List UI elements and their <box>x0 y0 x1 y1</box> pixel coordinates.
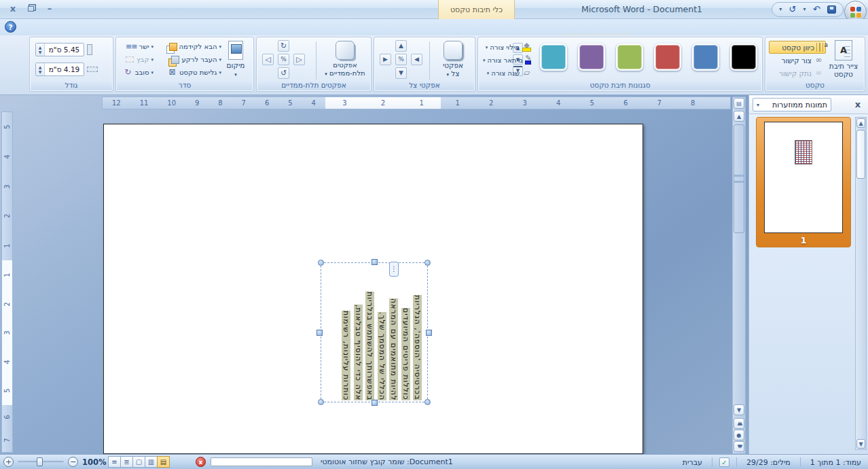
zoom-controls: + − 100% <box>3 457 107 467</box>
scroll-up-icon[interactable]: ▲ <box>734 111 744 122</box>
zoom-slider[interactable] <box>18 461 64 463</box>
page-thumbnail-selected[interactable]: 1 <box>756 117 851 247</box>
thumbnail-text-box <box>795 140 812 164</box>
page-indicator[interactable]: עמוד: 1 מתוך 1 <box>808 458 864 467</box>
tilt-down-icon[interactable]: ↺ <box>278 67 289 79</box>
panel-scrollbar[interactable]: ▲ ▼ <box>855 117 867 450</box>
group-label-arrange: סדר <box>117 80 253 90</box>
rotate-icon: ↻ <box>123 67 133 77</box>
zoom-slider-thumb[interactable] <box>37 457 43 466</box>
create-link-button[interactable]: ∞ צור קישור <box>769 54 826 67</box>
qat-customize-icon[interactable]: ▾ <box>779 3 782 16</box>
redo-dropdown-icon[interactable]: ▾ <box>803 3 806 16</box>
word-count[interactable]: מילים: 29/29 <box>744 458 793 467</box>
shape-width-field[interactable]: ▲▼ 4.19 ס"מ <box>35 63 84 76</box>
style-swatch[interactable] <box>730 44 757 71</box>
draw-text-box-button[interactable]: A צייר תיבת טקסט <box>825 39 862 80</box>
handle-bottom-left[interactable] <box>318 399 324 405</box>
height-spinner-icon[interactable]: ▲▼ <box>36 44 45 56</box>
bring-to-front-button[interactable]: הבא לקידמה ▾ <box>158 40 223 53</box>
vertical-ruler[interactable]: 54321 12345 67 <box>1 111 13 453</box>
panel-scrollbar-thumb[interactable] <box>856 130 865 179</box>
text-box-content[interactable]: בכרטיסיה 'הוספה', הגלריותכוללות פריטים ה… <box>338 264 423 400</box>
tilt-left-icon[interactable]: ◁ <box>262 54 274 65</box>
shadow-effects-button[interactable]: אפקטי צל ▾ <box>435 39 471 80</box>
close-panel-icon[interactable]: x <box>852 99 864 111</box>
zoom-level[interactable]: 100% <box>82 457 107 467</box>
shape-outline-button[interactable]: מיתאר צורה ▾ <box>481 54 534 67</box>
panel-scroll-up-icon[interactable]: ▲ <box>856 118 865 128</box>
zoom-out-icon[interactable]: − <box>68 457 78 467</box>
group-size: ▲▼ 5.45 ס"מ ▲▼ 4.19 ס"מ ◿ גודל <box>29 37 113 92</box>
handle-middle-left[interactable] <box>317 330 323 336</box>
text-direction-button[interactable]: כיוון טקסט <box>769 41 826 54</box>
close-window-icon[interactable]: x <box>5 3 20 15</box>
send-to-back-icon <box>171 56 179 64</box>
shape-height-field[interactable]: ▲▼ 5.45 ס"מ <box>35 43 84 56</box>
nudge-shadow-right-icon[interactable]: ◀ <box>411 54 422 65</box>
reading-view-icon[interactable]: ▥ <box>145 456 158 468</box>
next-page-icon[interactable]: ▼▼ <box>734 441 744 452</box>
handle-bottom-center[interactable] <box>372 400 378 406</box>
scroll-down-icon[interactable]: ▼ <box>734 404 744 415</box>
link-icon: ∞ <box>814 55 824 65</box>
previous-page-icon[interactable]: ▲▲ <box>734 418 744 429</box>
text-wrapping-button[interactable]: ⊠ גלישת טקסט ▾ <box>158 66 223 79</box>
tilt-up-icon[interactable]: ↻ <box>278 40 289 52</box>
draft-view-icon[interactable]: ≡ <box>108 456 121 468</box>
rotate-button[interactable]: ↻ סובב ▾ <box>120 66 156 79</box>
minimize-window-icon[interactable]: – <box>42 3 57 15</box>
nudge-shadow-left-icon[interactable]: ▶ <box>380 54 391 65</box>
horizontal-ruler[interactable]: 121110987654 321 12345678 <box>102 97 731 109</box>
style-swatch[interactable] <box>654 44 681 71</box>
toggle-threed-icon[interactable]: % <box>278 54 289 65</box>
group-label-styles: סגנונות תיבת טקסט <box>479 80 761 90</box>
language-indicator[interactable]: עברית <box>680 458 705 467</box>
thumbnails-title-dropdown[interactable]: תמונות ממוזערות ▾ <box>753 98 831 111</box>
thumbnails-header: תמונות ממוזערות ▾ x <box>749 95 868 114</box>
panel-scroll-down-icon[interactable]: ▼ <box>856 439 865 449</box>
shadow-nudge-cluster: ▲ ▶ % ◀ ▼ <box>380 40 422 80</box>
vertical-scrollbar[interactable]: ▤ ▲ ▼ ▲▲ ● ▼▼ <box>732 97 746 454</box>
send-to-back-button[interactable]: העבר לרקע ▾ <box>158 53 223 66</box>
nudge-shadow-down-icon[interactable]: ▼ <box>395 67 407 79</box>
group-3d-effects: אפקטים תלת-ממדיים ▾ ↻ ◁ % ▷ ↺ אפקטים תלת… <box>256 37 372 92</box>
document-page[interactable]: בכרטיסיה 'הוספה', הגלריותכוללות פריטים ה… <box>103 124 643 454</box>
redo-icon[interactable]: ↺ <box>789 3 796 16</box>
handle-top-right[interactable] <box>424 260 431 266</box>
style-swatch[interactable] <box>692 44 719 71</box>
shape-fill-button[interactable]: מילוי צורה ▾ <box>481 41 534 54</box>
web-layout-view-icon[interactable]: ▢ <box>132 456 145 468</box>
selected-text-box[interactable]: בכרטיסיה 'הוספה', הגלריותכוללות פריטים ה… <box>319 260 430 404</box>
style-swatch[interactable] <box>616 44 643 71</box>
style-swatch[interactable] <box>540 44 567 71</box>
proofing-status-icon[interactable]: ✓ <box>719 457 729 467</box>
restore-window-icon[interactable] <box>23 3 38 15</box>
position-button[interactable]: מיקום ▾ <box>221 39 251 80</box>
print-layout-view-icon[interactable]: ▤ <box>157 456 170 468</box>
align-button[interactable]: ≡≡ ישר ▾ <box>120 40 156 53</box>
undo-icon[interactable]: ↶ <box>813 3 820 16</box>
nudge-shadow-up-icon[interactable]: ▲ <box>395 40 407 52</box>
handle-top-center[interactable] <box>372 259 378 265</box>
text-box-line: בכרטיסיה 'הוספה', הגלריות <box>412 264 424 400</box>
ruler-toggle-icon[interactable]: ▤ <box>734 98 744 109</box>
handle-bottom-right[interactable] <box>424 399 431 405</box>
cancel-save-icon[interactable]: x <box>196 457 206 467</box>
thumbnails-panel: תמונות ממוזערות ▾ x 1 ▲ ▼ <box>748 95 868 454</box>
width-spinner-icon[interactable]: ▲▼ <box>36 63 45 75</box>
style-swatch[interactable] <box>578 44 605 71</box>
select-browse-object-icon[interactable]: ● <box>734 430 744 440</box>
save-icon[interactable] <box>827 5 836 14</box>
handle-top-left[interactable] <box>318 260 324 266</box>
handle-middle-right[interactable] <box>426 330 432 336</box>
change-shape-button[interactable]: ▱ שנה צורה ▾ <box>481 67 534 80</box>
outline-view-icon[interactable]: ≣ <box>120 456 133 468</box>
help-icon[interactable]: ? <box>5 21 16 33</box>
zoom-in-icon[interactable]: + <box>3 457 14 467</box>
scrollbar-thumb[interactable] <box>734 124 744 233</box>
toggle-shadow-icon[interactable]: % <box>395 54 407 65</box>
tilt-right-icon[interactable]: ▷ <box>293 54 305 65</box>
break-link-button: ∞ נתק קישור <box>769 67 826 80</box>
threed-effects-button[interactable]: אפקטים תלת-ממדיים ▾ <box>322 39 368 80</box>
